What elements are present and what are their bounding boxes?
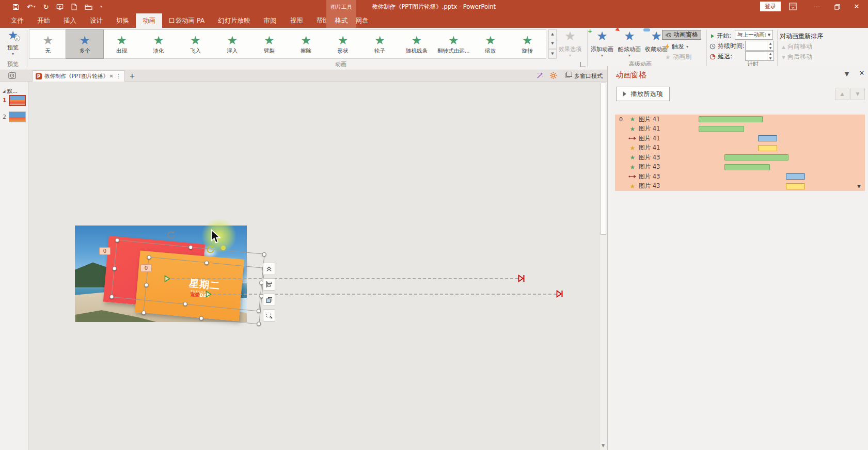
ribbon-tab-5[interactable]: 动画 [136,13,162,28]
document-tab[interactable]: P 教你制作《PPT图片轮播》.pptx ✕ ⋮ [32,70,125,82]
gallery-item-0[interactable]: ★无 [29,30,66,58]
tab-close-icon[interactable]: ✕ [109,73,114,79]
tab-history-icon[interactable] [8,72,16,82]
animation-list-item-2[interactable]: 图片 41 [615,134,865,143]
undo-icon[interactable]: ↶▾ [27,4,35,10]
timeline-bar-blue[interactable] [786,173,805,180]
resize-handle[interactable] [144,283,149,287]
magic-wand-icon[interactable] [536,72,544,82]
gallery-item-12[interactable]: ★缩放 [472,30,509,58]
timeline-bar-yellow[interactable] [786,183,805,189]
gallery-item-2[interactable]: ★出现 [103,30,140,58]
duration-spinner[interactable]: ▲▼ [745,41,774,51]
ribbon-tab-8[interactable]: 审阅 [257,13,283,28]
ribbon-tab-4[interactable]: 切换 [109,13,136,28]
animation-list-item-5[interactable]: ★图片 43 [615,163,865,172]
rotate-handle-icon[interactable] [166,230,176,239]
ribbon-tab-2[interactable]: 插入 [57,13,83,28]
resize-handle[interactable] [147,255,151,260]
slide-thumbnail-1[interactable] [9,95,26,106]
new-document-icon[interactable] [71,4,77,10]
pane-close-icon[interactable]: ✕ [857,69,867,77]
gallery-item-6[interactable]: ★劈裂 [251,30,288,58]
timeline-bar-yellow[interactable] [758,145,777,151]
trigger-button[interactable]: 触发 ▾ [665,42,688,51]
scrollbar-thumb[interactable] [601,83,606,235]
gallery-item-7[interactable]: ★擦除 [288,30,324,58]
start-slideshow-icon[interactable] [56,4,64,10]
animation-dialog-launcher-icon[interactable] [580,62,586,67]
animation-list-item-4[interactable]: ★图片 43 [615,153,865,163]
close-button[interactable]: ✕ [847,0,866,13]
new-tab-button[interactable]: + [129,71,135,81]
animation-list-item-0[interactable]: 0★图片 41 [615,115,865,124]
animation-list-item-1[interactable]: ★图片 41 [615,124,865,134]
multi-window-label[interactable]: 多窗口模式 [574,72,603,80]
restore-button[interactable] [827,0,847,13]
align-tool-button[interactable] [263,278,275,291]
ribbon-tab-format[interactable]: 格式 [326,13,356,28]
gear-icon[interactable] [549,72,557,82]
gallery-item-5[interactable]: ★浮入 [214,30,250,58]
preview-button[interactable]: ★▸ 预览 ▾ [1,29,25,62]
timeline-bar-blue[interactable] [758,135,777,141]
ribbon-tab-3[interactable]: 设计 [83,13,109,28]
ribbon-tab-6[interactable]: 口袋动画 PA [162,13,211,28]
gallery-item-4[interactable]: ★飞入 [177,30,214,58]
gallery-item-8[interactable]: ★形状 [324,30,361,58]
play-selected-button[interactable]: 播放所选项 [616,87,670,101]
redo-icon[interactable]: ↻ [43,4,49,10]
ribbon-tab-1[interactable]: 开始 [30,13,57,28]
ribbon-tab-9[interactable]: 视图 [283,13,310,28]
timeline-bar-green[interactable] [699,126,744,132]
slide-thumbnail-2[interactable] [9,111,26,122]
timeline-bar-green[interactable] [699,116,763,122]
tab-menu-icon[interactable]: ⋮ [116,73,121,79]
animation-list-item-3[interactable]: ★图片 41 [615,143,865,153]
resize-handle[interactable] [115,238,120,243]
ribbon-tab-7[interactable]: 幻灯片放映 [211,13,257,28]
section-header[interactable]: ◢ 默... [3,88,18,95]
multi-window-icon[interactable] [565,73,570,77]
motion-path-start-icon[interactable] [206,290,212,300]
motion-path-end-icon[interactable] [556,290,563,300]
resize-handle[interactable] [204,261,209,265]
selection-tool-button[interactable] [263,309,275,322]
animation-pane-toggle[interactable]: 动画窗格 [662,30,701,40]
gallery-item-9[interactable]: ★轮子 [361,30,398,58]
pane-menu-caret-icon[interactable]: ▼ [841,71,853,77]
gallery-item-3[interactable]: ★淡化 [140,30,177,58]
resize-handle[interactable] [262,252,266,257]
gallery-item-13[interactable]: ★旋转 [509,30,545,58]
start-combobox[interactable]: 与上一动画... ▼ [735,30,773,40]
gallery-item-10[interactable]: ★随机线条 [398,30,435,58]
ribbon-display-options-icon[interactable] [789,3,797,12]
resize-handle[interactable] [257,322,261,326]
animation-list-item-6[interactable]: 图片 43 [615,172,865,182]
customize-qat-icon[interactable]: ▾ [100,5,102,9]
cool-animation-button[interactable]: ★ 酷炫动画 ▾ [616,29,643,58]
gallery-item-1[interactable]: ★多个 [66,30,103,58]
scrollbar-down-arrow-icon[interactable]: ▼ [602,443,605,448]
item-dropdown-caret-icon[interactable]: ▼ [857,184,861,189]
animation-list-item-7[interactable]: ★图片 43▼ [615,182,865,191]
save-icon[interactable] [12,4,19,10]
resize-handle[interactable] [188,245,193,250]
animation-number-badge[interactable]: 0 [99,247,111,255]
motion-path-end-icon[interactable] [518,275,525,284]
timeline-bar-green[interactable] [724,164,770,170]
gallery-item-11[interactable]: ★翻转式由远... [435,30,472,58]
minimize-button[interactable]: — [808,0,827,13]
sign-in-button[interactable]: 登录 [760,2,781,11]
motion-path-start-icon[interactable] [164,275,170,284]
collapse-toolbar-button[interactable] [263,263,275,275]
duplicate-tool-button[interactable] [263,294,275,306]
ribbon-tab-0[interactable]: 文件 [4,13,30,28]
open-folder-icon[interactable] [85,4,92,10]
delay-spinner[interactable]: ▲▼ [745,51,774,61]
selection-box-picture43[interactable] [143,256,265,324]
animation-number-badge[interactable]: 0 [140,264,152,272]
slide-canvas[interactable]: 星期二 TUESDAY 宜爱DAY 0 0 [29,82,599,450]
chevron-down-icon[interactable]: ▼ [765,33,772,37]
timeline-bar-green[interactable] [724,154,788,160]
